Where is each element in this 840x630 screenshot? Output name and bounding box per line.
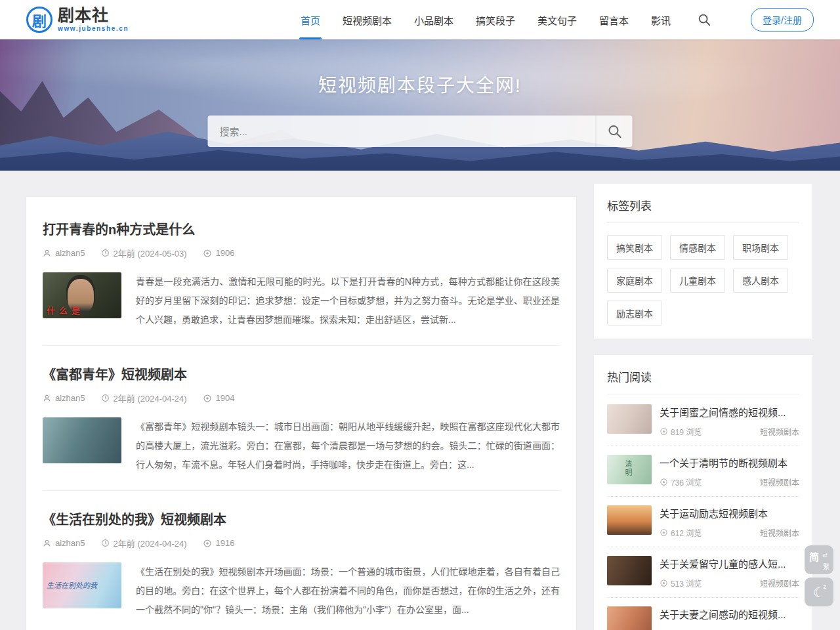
views-meta: 1916 xyxy=(203,538,235,548)
nav-item-beautiful-sentences[interactable]: 美文句子 xyxy=(537,0,577,39)
article-title[interactable]: 打开青春的n种方式是什么 xyxy=(43,219,560,238)
tag-inspirational[interactable]: 励志剧本 xyxy=(607,301,662,326)
author-name: aizhan5 xyxy=(55,248,85,258)
hot-read-item[interactable]: 清明 一个关于清明节的断视频剧本 736 浏览 短视频剧本 xyxy=(607,446,799,497)
hero-banner: 短视频剧本段子大全网! xyxy=(0,39,840,171)
tag-emotion[interactable]: 情感剧本 xyxy=(670,235,725,260)
traditional-char: 繁 xyxy=(823,561,830,571)
site-url: www.jubenshe.cn xyxy=(58,26,129,32)
publish-date: 2年前 (2024-05-03) xyxy=(114,247,187,259)
toggle-arrow-icon: ⇄ xyxy=(822,552,828,558)
article-item: 《生活在别处的我》短视频剧本 aizhan5 2年前 (2024-04-24) … xyxy=(43,491,560,630)
eye-icon xyxy=(660,478,668,486)
author-meta: aizhan5 xyxy=(43,538,85,548)
publish-date: 2年前 (2024-04-24) xyxy=(114,392,187,404)
article-thumbnail[interactable]: 生活在别处的我 xyxy=(43,562,121,608)
user-icon xyxy=(43,394,51,402)
nav-item-short-video-scripts[interactable]: 短视频剧本 xyxy=(343,0,392,39)
hot-item-title[interactable]: 关于运动励志短视频剧本 xyxy=(660,506,799,520)
sleep-z: z xyxy=(824,583,827,590)
views-meta: 1906 xyxy=(203,248,235,258)
user-icon xyxy=(43,539,51,547)
simplified-traditional-toggle-button[interactable]: 简 ⇄ 繁 xyxy=(805,545,833,574)
article-title[interactable]: 《生活在别处的我》短视频剧本 xyxy=(43,509,560,528)
view-count: 1906 xyxy=(216,248,235,258)
logo-text: 剧本社 www.jubenshe.cn xyxy=(58,7,129,32)
tag-workplace[interactable]: 职场剧本 xyxy=(733,235,788,260)
hot-item-category[interactable]: 短视频剧本 xyxy=(760,426,799,437)
nav-item-home[interactable]: 首页 xyxy=(301,0,320,39)
sidebar: 标签列表 搞笑剧本 情感剧本 职场剧本 家庭剧本 儿童剧本 感人剧本 励志剧本 … xyxy=(594,184,812,630)
logo-circle-icon: 剧 xyxy=(26,7,52,33)
eye-icon xyxy=(660,579,668,587)
article-thumbnail[interactable] xyxy=(43,417,121,463)
author-meta: aizhan5 xyxy=(43,393,85,403)
article-title[interactable]: 《富都青年》短视频剧本 xyxy=(43,364,560,383)
hot-item-title[interactable]: 关于关爱留守儿童的感人短... xyxy=(660,556,799,570)
article-thumbnail[interactable]: 什么是 xyxy=(43,272,121,318)
hot-read-item[interactable]: 关于夫妻之间感动的短视频... 493 浏览 短视频剧本 xyxy=(607,598,799,630)
simplified-char: 简 xyxy=(809,549,819,563)
publish-date: 2年前 (2024-04-24) xyxy=(114,537,187,549)
article-item: 打开青春的n种方式是什么 aizhan5 2年前 (2024-05-03) 19… xyxy=(43,201,560,346)
date-meta: 2年前 (2024-04-24) xyxy=(101,537,187,549)
hot-item-title[interactable]: 一个关于清明节的断视频剧本 xyxy=(660,455,799,469)
article-excerpt: 《生活在别处的我》短视频剧本开场画面：场景：一个普通的城市街景，人们忙碌地走着，… xyxy=(136,562,560,620)
hot-item-category[interactable]: 短视频剧本 xyxy=(760,578,799,589)
article-meta: aizhan5 2年前 (2024-04-24) 1904 xyxy=(43,392,560,404)
eye-icon xyxy=(660,427,668,436)
eye-icon xyxy=(203,394,212,403)
views-meta: 1904 xyxy=(203,393,235,403)
clock-icon xyxy=(101,539,110,547)
article-item: 《富都青年》短视频剧本 aizhan5 2年前 (2024-04-24) 190… xyxy=(43,346,560,491)
author-name: aizhan5 xyxy=(55,393,85,403)
article-excerpt: 《富都青年》短视频剧本镜头一：城市日出画面：朝阳从地平线缓缓升起，映照在富都这座… xyxy=(136,417,560,474)
dark-mode-toggle-button[interactable]: ☾ z xyxy=(805,578,833,606)
thumbnail-caption: 生活在别处的我 xyxy=(47,579,97,590)
hot-reads-title: 热门阅读 xyxy=(607,368,799,394)
hot-item-views: 612 浏览 xyxy=(660,527,702,538)
hot-item-category[interactable]: 短视频剧本 xyxy=(760,527,799,538)
main-nav: 首页 短视频剧本 小品剧本 搞笑段子 美文句子 留言本 影讯 登录/注册 xyxy=(301,0,814,39)
article-meta: aizhan5 2年前 (2024-05-03) 1906 xyxy=(43,247,560,259)
hot-item-title[interactable]: 关于闺蜜之间情感的短视频... xyxy=(660,405,799,419)
hot-item-thumbnail[interactable] xyxy=(607,556,652,585)
hot-item-category[interactable]: 短视频剧本 xyxy=(760,476,799,488)
header: 剧 剧本社 www.jubenshe.cn 首页 短视频剧本 小品剧本 搞笑段子… xyxy=(0,0,840,39)
tag-funny[interactable]: 搞笑剧本 xyxy=(607,235,662,260)
site-logo[interactable]: 剧 剧本社 www.jubenshe.cn xyxy=(26,7,129,33)
clock-icon xyxy=(101,249,110,257)
hot-reads-list: 关于闺蜜之间情感的短视频... 819 浏览 短视频剧本 清明 xyxy=(607,396,799,630)
hero-search-input[interactable] xyxy=(208,116,596,147)
hot-read-item[interactable]: 关于闺蜜之间情感的短视频... 819 浏览 短视频剧本 xyxy=(607,396,799,446)
hot-read-item[interactable]: 关于运动励志短视频剧本 612 浏览 短视频剧本 xyxy=(607,497,799,547)
search-icon[interactable] xyxy=(697,12,711,27)
tag-children[interactable]: 儿童剧本 xyxy=(670,268,725,293)
nav-item-funny-jokes[interactable]: 搞笑段子 xyxy=(476,0,515,39)
clock-icon xyxy=(101,394,110,402)
login-register-button[interactable]: 登录/注册 xyxy=(751,8,814,32)
nav-item-movie-news[interactable]: 影讯 xyxy=(651,0,671,39)
eye-icon xyxy=(660,528,668,537)
hot-item-thumbnail[interactable] xyxy=(607,404,652,434)
hot-item-title[interactable]: 关于夫妻之间感动的短视频... xyxy=(660,607,799,621)
hot-item-thumbnail[interactable] xyxy=(607,606,652,630)
eye-icon xyxy=(203,249,212,258)
hot-read-item[interactable]: 关于关爱留守儿童的感人短... 513 浏览 短视频剧本 xyxy=(607,547,799,598)
logo-char: 剧 xyxy=(32,9,47,30)
tag-family[interactable]: 家庭剧本 xyxy=(607,268,662,293)
nav-item-sketch-scripts[interactable]: 小品剧本 xyxy=(414,0,453,39)
tag-touching[interactable]: 感人剧本 xyxy=(733,268,788,293)
hero-search-bar xyxy=(208,116,633,147)
hot-item-thumbnail[interactable] xyxy=(607,505,652,535)
floating-buttons: 简 ⇄ 繁 ☾ z xyxy=(805,545,833,606)
hot-item-views: 819 浏览 xyxy=(660,426,702,437)
hero-search-button[interactable] xyxy=(596,116,633,147)
author-name: aizhan5 xyxy=(55,538,85,548)
hot-item-views: 513 浏览 xyxy=(660,578,702,589)
date-meta: 2年前 (2024-05-03) xyxy=(101,247,187,259)
site-name: 剧本社 xyxy=(58,7,129,24)
nav-item-guestbook[interactable]: 留言本 xyxy=(599,0,629,39)
hot-item-thumbnail[interactable]: 清明 xyxy=(607,455,652,484)
tag-list-card: 标签列表 搞笑剧本 情感剧本 职场剧本 家庭剧本 儿童剧本 感人剧本 励志剧本 xyxy=(594,184,812,339)
